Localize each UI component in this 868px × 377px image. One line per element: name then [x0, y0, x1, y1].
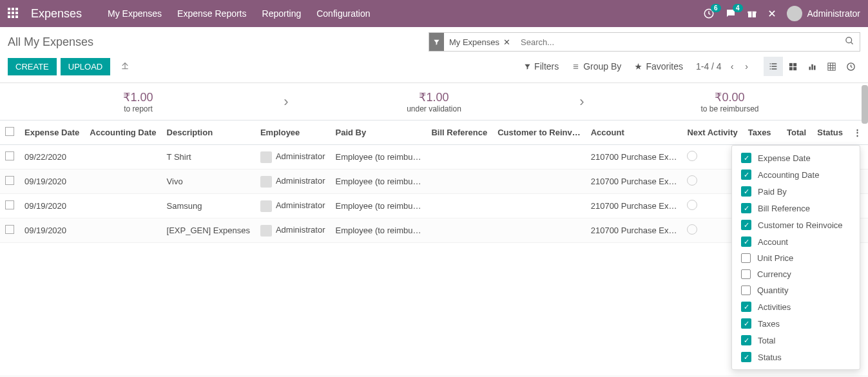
column-toggle-item[interactable]: ✓Activities — [732, 298, 860, 315]
checkbox-on-icon: ✓ — [741, 169, 751, 180]
row-checkbox[interactable] — [5, 151, 14, 160]
cell-account: 210700 Purchase Ex… — [586, 145, 682, 169]
col-employee[interactable]: Employee — [255, 121, 331, 145]
column-toggle-item[interactable]: ✓Total — [732, 332, 860, 349]
systray-activities[interactable]: 6 — [703, 8, 715, 19]
column-toggle-item[interactable]: ✓Taxes — [732, 315, 860, 332]
column-toggle-item[interactable]: ✓Bill Reference — [732, 200, 860, 217]
col-total[interactable]: Total — [776, 121, 812, 145]
column-toggle-item[interactable]: Currency — [732, 266, 860, 282]
apps-icon[interactable] — [8, 8, 19, 19]
column-toggle-item[interactable]: ✓Paid By — [732, 183, 860, 200]
search-bar[interactable]: My Expenses ✕ — [429, 32, 860, 52]
facet-remove[interactable]: ✕ — [503, 37, 510, 47]
close-icon — [767, 9, 776, 18]
col-bill-reference[interactable]: Bill Reference — [426, 121, 492, 145]
select-all-checkbox[interactable] — [5, 127, 14, 136]
column-toggle-item[interactable]: ✓Accounting Date — [732, 166, 860, 183]
col-taxes[interactable]: Taxes — [743, 121, 776, 145]
cell-description: Vivo — [162, 169, 255, 194]
app-brand[interactable]: Expenses — [31, 7, 82, 21]
column-toggle-item[interactable]: ✓Expense Date — [732, 150, 860, 166]
stat-under-validation[interactable]: ₹1.00 under validation — [296, 83, 572, 120]
search-input[interactable] — [516, 37, 840, 47]
svg-rect-5 — [122, 68, 128, 69]
view-list[interactable] — [764, 57, 783, 76]
cell-bill — [426, 194, 492, 218]
pager-prev[interactable]: ‹ — [728, 61, 737, 72]
search-facet-icon — [429, 33, 444, 51]
cell-date: 09/19/2020 — [19, 194, 84, 218]
cell-paid-by: Employee (to reimbu… — [330, 169, 426, 194]
nav-menu: My Expenses Expense Reports Reporting Co… — [108, 8, 370, 19]
checkbox-on-icon: ✓ — [741, 220, 751, 230]
systray-close[interactable] — [767, 9, 776, 18]
user-menu[interactable]: Administrator — [787, 6, 860, 21]
column-toggle-item[interactable]: ✓Status — [732, 349, 860, 365]
scrollbar[interactable] — [862, 85, 868, 124]
filters-button[interactable]: Filters — [524, 61, 559, 72]
nav-my-expenses[interactable]: My Expenses — [108, 8, 162, 19]
stat-to-report[interactable]: ₹1.00 to report — [0, 83, 276, 120]
row-checkbox[interactable] — [5, 200, 14, 209]
column-toggle-item[interactable]: Unit Price — [732, 250, 860, 266]
view-kanban[interactable] — [783, 57, 802, 76]
upload-button[interactable]: UPLOAD — [61, 58, 110, 75]
col-accounting-date[interactable]: Accounting Date — [84, 121, 161, 145]
view-graph[interactable] — [802, 57, 822, 76]
checkbox-off-icon — [741, 253, 751, 263]
systray-gift[interactable] — [747, 8, 757, 19]
nav-expense-reports[interactable]: Expense Reports — [177, 8, 246, 19]
cell-customer — [492, 218, 586, 243]
column-toggle-item[interactable]: Quantity — [732, 282, 860, 298]
pager-value[interactable]: 1-4 / 4 — [696, 61, 722, 72]
svg-rect-3 — [751, 12, 752, 17]
create-button[interactable]: CREATE — [8, 58, 57, 75]
row-checkbox[interactable] — [5, 225, 14, 234]
checkbox-on-icon: ✓ — [741, 203, 751, 213]
column-toggle-label: Account — [758, 237, 788, 247]
col-description[interactable]: Description — [162, 121, 255, 145]
column-toggle-item[interactable]: ✓Account — [732, 233, 860, 250]
search-icon[interactable] — [840, 36, 860, 48]
activities-badge: 6 — [711, 4, 721, 12]
clock-icon — [687, 175, 697, 186]
cell-customer — [492, 169, 586, 194]
chevron-right-icon: › — [276, 83, 296, 120]
view-activity[interactable] — [841, 57, 860, 76]
gift-icon — [747, 8, 757, 19]
column-toggle-label: Currency — [757, 269, 791, 279]
column-toggle-item[interactable]: ✓Customer to Reinvoice — [732, 217, 860, 233]
groupby-button[interactable]: Group By — [572, 61, 621, 72]
col-next-activity[interactable]: Next Activity — [682, 121, 742, 145]
cell-date: 09/19/2020 — [19, 218, 84, 243]
cell-acc-date — [84, 218, 161, 243]
column-toggle-label: Customer to Reinvoice — [758, 220, 843, 230]
attach-icon[interactable] — [121, 61, 130, 72]
clock-icon — [687, 224, 697, 235]
col-status[interactable]: Status — [811, 121, 848, 145]
col-customer[interactable]: Customer to Reinv… — [492, 121, 586, 145]
control-panel: All My Expenses My Expenses ✕ CREATE UPL… — [0, 27, 868, 83]
filter-icon — [524, 63, 531, 70]
col-account[interactable]: Account — [586, 121, 682, 145]
row-checkbox[interactable] — [5, 176, 14, 185]
pager-next[interactable]: › — [742, 61, 751, 72]
cell-paid-by: Employee (to reimbu… — [330, 145, 426, 169]
favorites-button[interactable]: Favorites — [634, 61, 683, 72]
svg-rect-12 — [814, 65, 816, 70]
column-visibility-dropdown[interactable]: ✓Expense Date✓Accounting Date✓Paid By✓Bi… — [731, 145, 860, 370]
svg-rect-13 — [827, 63, 834, 70]
nav-configuration[interactable]: Configuration — [316, 8, 370, 19]
chevron-right-icon: › — [572, 83, 592, 120]
cell-description: Samsung — [162, 194, 255, 218]
stat-to-be-reimbursed[interactable]: ₹0.00 to be reimbursed — [592, 83, 868, 120]
col-expense-date[interactable]: Expense Date — [19, 121, 84, 145]
column-options-button[interactable]: ⋮ — [848, 121, 868, 145]
breadcrumb: All My Expenses — [8, 35, 93, 49]
view-pivot[interactable] — [822, 57, 841, 76]
col-paid-by[interactable]: Paid By — [330, 121, 426, 145]
nav-reporting[interactable]: Reporting — [262, 8, 302, 19]
systray-messages[interactable]: 4 — [725, 8, 737, 19]
checkbox-on-icon: ✓ — [741, 318, 751, 329]
